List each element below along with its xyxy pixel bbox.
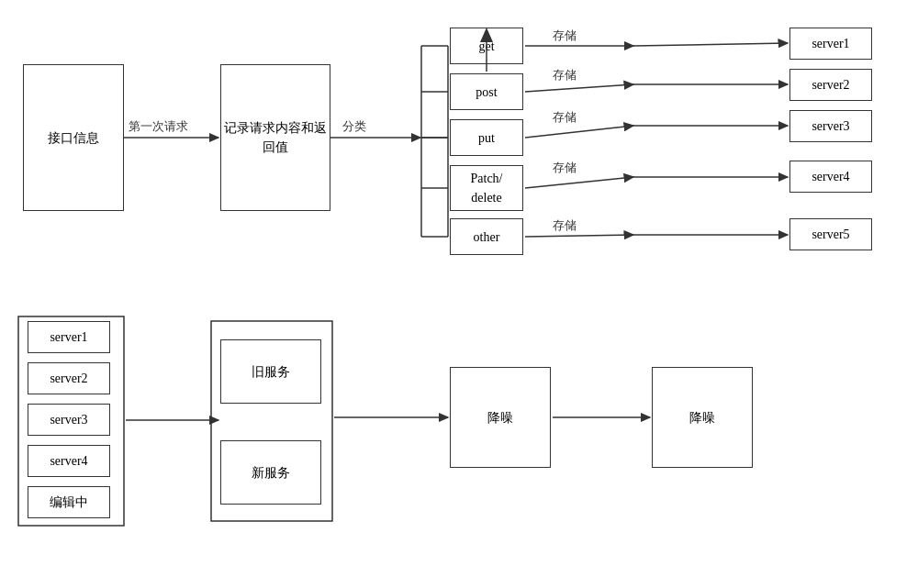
patch-label: Patch/delete: [471, 169, 503, 207]
box-server5-top: server5: [789, 218, 872, 250]
put-label: put: [478, 128, 495, 148]
b-server1-label: server1: [50, 327, 87, 347]
server4-top-label: server4: [812, 167, 849, 186]
svg-line-22: [525, 235, 633, 237]
server5-top-label: server5: [812, 225, 849, 244]
new-service-label: 新服务: [252, 463, 290, 483]
noise2-label: 降噪: [689, 408, 715, 427]
b-server3-label: server3: [50, 410, 87, 429]
b-edit-label: 编辑中: [50, 493, 88, 512]
store-label-put: 存储: [553, 110, 577, 124]
store-label-other: 存储: [553, 218, 577, 232]
svg-line-18: [525, 126, 633, 138]
post-label: post: [476, 83, 497, 102]
box-b-server1: server1: [28, 321, 110, 353]
box-new-service: 新服务: [220, 440, 321, 505]
box-get: get: [450, 28, 523, 64]
get-label: get: [478, 37, 494, 56]
b-server2-label: server2: [50, 369, 87, 388]
svg-line-15: [633, 43, 788, 46]
store-label-patch: 存储: [553, 161, 577, 174]
box-server4-top: server4: [789, 161, 872, 193]
svg-line-16: [525, 84, 633, 92]
box-noise2: 降噪: [652, 367, 753, 468]
box-post: post: [450, 73, 523, 110]
bottom-section: server1 server2 server3 server4 编辑中 旧服务 …: [9, 312, 900, 569]
first-request-label: 第一次请求: [129, 119, 188, 133]
box-old-service: 旧服务: [220, 339, 321, 404]
box-jilu: 记录请求内容和返回值: [220, 64, 330, 211]
box-b-server4: server4: [28, 445, 110, 477]
store-label-post: 存储: [553, 68, 577, 82]
noise1-label: 降噪: [487, 408, 513, 427]
box-server3-top: server3: [789, 110, 872, 142]
box-other: other: [450, 218, 523, 255]
jieko-label: 接口信息: [48, 128, 99, 148]
box-noise1: 降噪: [450, 367, 551, 468]
store-label-get: 存储: [553, 28, 577, 42]
svg-line-20: [525, 177, 633, 188]
server2-top-label: server2: [812, 75, 849, 94]
b-server4-label: server4: [50, 451, 87, 471]
box-b-server3: server3: [28, 404, 110, 436]
box-server2-top: server2: [789, 69, 872, 101]
old-service-label: 旧服务: [252, 362, 290, 382]
server1-top-label: server1: [812, 34, 849, 53]
server3-top-label: server3: [812, 116, 849, 136]
jilu-label: 记录请求内容和返回值: [224, 118, 327, 157]
box-b-server2: server2: [28, 362, 110, 394]
box-patch: Patch/delete: [450, 165, 523, 211]
diagram-container: 接口信息 记录请求内容和返回值 get post put Patch/delet…: [0, 0, 918, 588]
classify-label: 分类: [342, 119, 366, 133]
other-label: other: [474, 227, 500, 247]
box-b-edit: 编辑中: [28, 486, 110, 518]
box-put: put: [450, 119, 523, 156]
top-section: 接口信息 记录请求内容和返回值 get post put Patch/delet…: [9, 9, 900, 275]
box-server1-top: server1: [789, 28, 872, 60]
box-jieko: 接口信息: [23, 64, 124, 211]
